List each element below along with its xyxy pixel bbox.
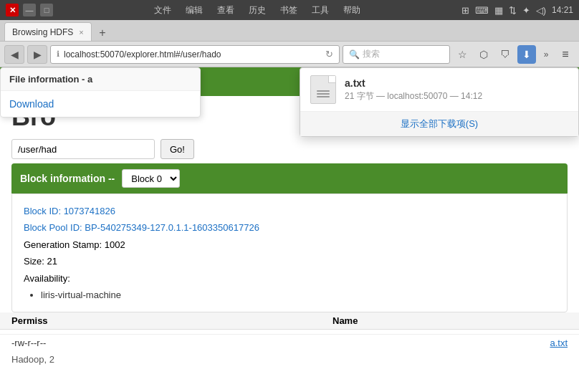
block-id-label: Block ID: (24, 206, 64, 216)
toolbar-icons: ☆ ⬡ ⛉ ⬇ » ≡ (453, 45, 575, 64)
block-id-value: 1073741826 (64, 206, 115, 216)
footer-text: Hadoop, 2 (0, 351, 579, 368)
path-input[interactable] (11, 139, 155, 159)
gen-stamp-row: Generation Stamp: 1002 (24, 236, 555, 253)
availability-label: Availability: (24, 273, 70, 284)
row-name-link[interactable]: a.txt (550, 338, 568, 348)
path-row: Go! (0, 135, 579, 163)
tab-close-button[interactable]: × (79, 28, 83, 37)
menu-edit[interactable]: 编辑 (186, 4, 203, 16)
table-row: -rw-r--r-- a.txt (0, 334, 579, 351)
download-icon[interactable]: ⬇ (517, 45, 536, 64)
titlebar: ✕ — □ 文件 编辑 查看 历史 书签 工具 帮助 ⊞ ⌨ ▦ ⇅ ✦ ◁) … (0, 0, 579, 20)
block-info-label: Block information -- (20, 173, 115, 184)
search-placeholder: 搜索 (363, 48, 380, 60)
file-icon (310, 75, 336, 104)
star-icon[interactable]: ☆ (453, 45, 472, 64)
menu-history[interactable]: 历史 (249, 4, 266, 16)
block-select[interactable]: Block 0 (122, 169, 180, 188)
col-name: Name (332, 315, 568, 326)
gen-stamp-value: 1002 (105, 239, 125, 250)
go-button[interactable]: Go! (161, 139, 194, 159)
menu-file[interactable]: 文件 (154, 4, 171, 16)
download-popup: a.txt 21 字节 — localhost:50070 — 14:12 显示… (300, 67, 579, 137)
refresh-icon[interactable]: ↻ (325, 49, 333, 59)
maximize-button[interactable]: □ (40, 4, 53, 16)
pool-id-row: Block Pool ID: BP-540275349-127.0.1.1-16… (24, 219, 555, 236)
page-content: Hadoop Bro Go! Block information -- Bloc… (0, 67, 579, 392)
back-button[interactable]: ◀ (4, 45, 24, 64)
bookmark-icon[interactable]: ⬡ (474, 45, 493, 64)
menu-bookmarks[interactable]: 书签 (280, 4, 297, 16)
pool-id-label: Block Pool ID: (24, 222, 85, 233)
network-icon: ⊞ (461, 5, 469, 16)
clock: 14:21 (552, 5, 573, 15)
hamburger-menu-icon[interactable]: ≡ (556, 45, 575, 64)
calendar-icon: ▦ (494, 5, 503, 16)
search-icon: 🔍 (349, 49, 360, 59)
volume-icon: ◁) (536, 5, 546, 16)
menu-help[interactable]: 帮助 (343, 4, 360, 16)
keyboard-icon: ⌨ (475, 5, 489, 16)
file-info-modal: File information - a Download (0, 67, 201, 118)
active-tab[interactable]: Browsing HDFS × (4, 22, 92, 41)
download-footer: 显示全部下载项(S) (300, 112, 578, 136)
titlebar-right: ⊞ ⌨ ▦ ⇅ ✦ ◁) 14:21 (461, 5, 573, 16)
size-value: 21 (47, 256, 57, 267)
file-icon-fold (328, 76, 335, 83)
download-link[interactable]: Download (1, 91, 200, 117)
close-button[interactable]: ✕ (6, 4, 19, 16)
col-spacer (83, 315, 318, 326)
search-bar[interactable]: 🔍 搜索 (343, 45, 450, 64)
download-item-info: a.txt 21 字节 — localhost:50070 — 14:12 (345, 77, 568, 102)
tab-title: Browsing HDFS (12, 27, 73, 37)
availability-item: liris-virtual-machine (41, 287, 555, 303)
col-permission: Permiss (11, 315, 69, 326)
lock-icon: ℹ (57, 49, 59, 59)
download-meta: 21 字节 — localhost:50070 — 14:12 (345, 90, 568, 102)
download-filename: a.txt (345, 77, 568, 89)
minimize-button[interactable]: — (23, 4, 36, 16)
availability-list: liris-virtual-machine (24, 287, 555, 303)
availability-row: Availability: liris-virtual-machine (24, 270, 555, 304)
new-tab-button[interactable]: + (95, 25, 110, 41)
bluetooth-icon: ✦ (522, 5, 530, 16)
size-label: Size: (24, 256, 47, 267)
gen-stamp-label: Generation Stamp: (24, 239, 105, 250)
arrows-icon: ⇅ (509, 5, 517, 16)
show-all-downloads-link[interactable]: 显示全部下载项(S) (401, 118, 478, 129)
browser-toolbar: ◀ ▶ ℹ localhost:50070/explorer.html#/use… (0, 42, 579, 67)
menu-tools[interactable]: 工具 (312, 4, 329, 16)
pool-id-value: BP-540275349-127.0.1.1-1603350617726 (85, 222, 259, 233)
more-tools-icon[interactable]: » (539, 45, 553, 64)
block-info-panel: Block information -- Block 0 (11, 163, 568, 193)
menu-view[interactable]: 查看 (217, 4, 234, 16)
size-row: Size: 21 (24, 253, 555, 269)
table-header: Permiss Name (0, 312, 579, 330)
tab-bar: Browsing HDFS × + (0, 20, 579, 42)
file-info-header: File information - a (1, 68, 200, 91)
file-icon-lines (317, 90, 330, 97)
row-permission: -rw-r--r-- (11, 338, 69, 348)
url-text: localhost:50070/explorer.html#/user/hado (64, 49, 321, 59)
shield-icon[interactable]: ⛉ (496, 45, 515, 64)
forward-button[interactable]: ▶ (27, 45, 47, 64)
download-item: a.txt 21 字节 — localhost:50070 — 14:12 (300, 68, 578, 112)
menu-bar: 文件 编辑 查看 历史 书签 工具 帮助 (154, 4, 360, 16)
block-details: Block ID: 1073741826 Block Pool ID: BP-5… (11, 193, 568, 312)
block-id-row: Block ID: 1073741826 (24, 203, 555, 219)
address-bar[interactable]: ℹ localhost:50070/explorer.html#/user/ha… (50, 45, 340, 64)
